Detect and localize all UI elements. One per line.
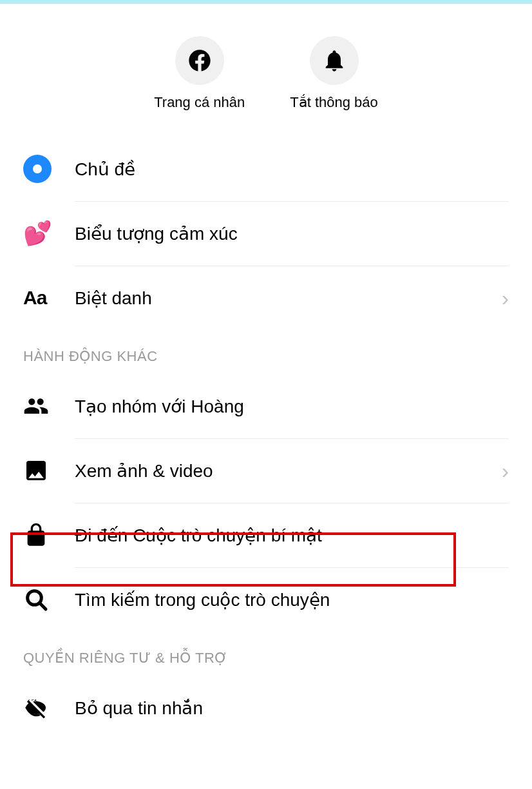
lock-icon [23,522,59,548]
secret-conversation-label: Đi đến Cuộc trò chuyện bí mật [59,525,509,546]
group-icon [23,393,59,419]
facebook-icon [175,36,224,85]
mute-action-label: Tắt thông báo [290,94,378,111]
other-actions-list: Tạo nhóm với Hoàng Xem ảnh & video › Đi … [0,374,532,632]
ignore-label: Bỏ qua tin nhắn [59,697,509,719]
privacy-support-list: Bỏ qua tin nhắn [0,676,532,740]
create-group-row[interactable]: Tạo nhóm với Hoàng [0,374,532,438]
privacy-support-header: QUYỀN RIÊNG TƯ & HỖ TRỢ [0,632,532,676]
view-media-label: Xem ảnh & video [59,460,502,482]
theme-row[interactable]: Chủ đề [0,137,532,201]
aa-icon: Aa [23,287,46,309]
nickname-label: Biệt danh [59,287,502,309]
customize-list: Chủ đề 💕 Biểu tượng cảm xúc Aa Biệt danh… [0,137,532,330]
chevron-right-icon: › [502,458,509,483]
profile-action[interactable]: Trang cá nhân [154,36,245,111]
hearts-icon: 💕 [23,222,52,245]
search-row[interactable]: Tìm kiếm trong cuộc trò chuyện [0,567,532,632]
emoji-label: Biểu tượng cảm xúc [59,223,509,244]
secret-conversation-row[interactable]: Đi đến Cuộc trò chuyện bí mật [0,503,532,567]
search-label: Tìm kiếm trong cuộc trò chuyện [59,589,509,610]
ignore-row[interactable]: Bỏ qua tin nhắn [0,676,532,740]
mute-action[interactable]: Tắt thông báo [290,36,378,111]
svg-line-1 [40,603,46,609]
chevron-right-icon: › [502,286,509,311]
create-group-label: Tạo nhóm với Hoàng [59,396,509,417]
nickname-row[interactable]: Aa Biệt danh › [0,266,532,330]
theme-icon [23,155,52,183]
other-actions-header: HÀNH ĐỘNG KHÁC [0,330,532,374]
emoji-row[interactable]: 💕 Biểu tượng cảm xúc [0,201,532,266]
image-icon [23,458,59,483]
profile-action-label: Trang cá nhân [154,94,245,111]
theme-label: Chủ đề [59,159,509,180]
search-icon [23,587,59,612]
view-media-row[interactable]: Xem ảnh & video › [0,438,532,503]
settings-screen: Trang cá nhân Tắt thông báo Chủ đề 💕 Biể… [0,4,532,789]
ignore-icon [23,695,59,721]
bell-icon [310,36,359,85]
top-actions-row: Trang cá nhân Tắt thông báo [0,4,532,137]
